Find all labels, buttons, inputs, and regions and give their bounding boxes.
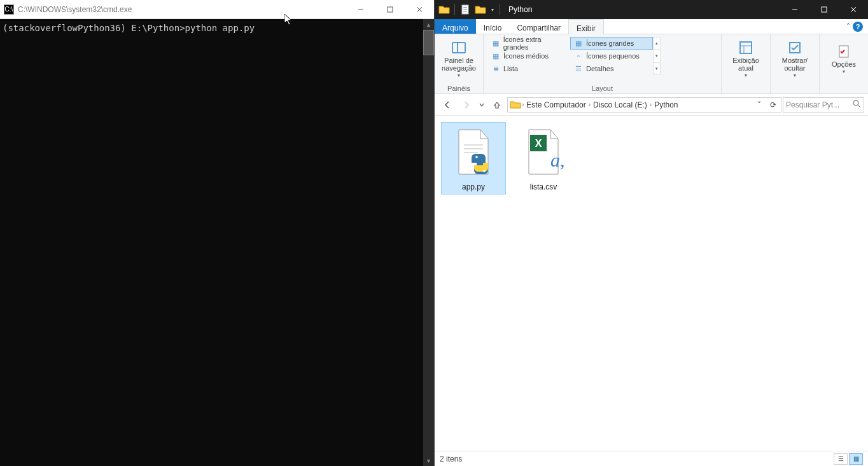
navigation-pane-icon xyxy=(452,42,466,53)
svg-text:X: X xyxy=(535,138,542,149)
ribbon-group-options: Opções ▾ x xyxy=(820,34,868,93)
qat-separator xyxy=(454,4,455,15)
minimize-button[interactable] xyxy=(346,0,375,18)
back-button[interactable] xyxy=(438,96,456,114)
csv-file-icon: X a, xyxy=(518,125,569,180)
address-dropdown-button[interactable]: ˅ xyxy=(753,99,766,111)
help-icon[interactable]: ? xyxy=(853,22,863,32)
file-item-app-py[interactable]: app.py xyxy=(441,122,506,195)
show-hide-button[interactable]: Mostrar/ ocultar ▾ xyxy=(774,37,815,79)
breadcrumb-segment[interactable]: Python xyxy=(652,100,680,109)
cmd-prompt-line: (stackoverflowPython36) E:\Python>python… xyxy=(3,23,431,33)
ribbon-group-current-view: Exibição atual ▾ x xyxy=(722,34,771,93)
explorer-title: Python xyxy=(505,5,780,14)
refresh-button[interactable]: ⟳ xyxy=(767,99,780,111)
tab-view[interactable]: Exibir xyxy=(568,19,604,34)
current-view-button[interactable]: Exibição atual ▾ xyxy=(725,37,766,79)
breadcrumb-segment[interactable]: Este Computador xyxy=(524,100,588,109)
recent-locations-button[interactable] xyxy=(477,96,487,114)
scroll-track[interactable] xyxy=(423,55,434,455)
ribbon-collapse-icon[interactable]: ˄ xyxy=(846,22,850,31)
view-medium-icons[interactable]: ▦Ícones médios xyxy=(487,50,570,62)
svg-rect-13 xyxy=(740,42,752,53)
address-bar[interactable]: › Este Computador › Disco Local (E:) › P… xyxy=(507,97,781,113)
cmd-terminal[interactable]: (stackoverflowPython36) E:\Python>python… xyxy=(0,19,434,466)
current-view-label: Exibição atual xyxy=(726,57,766,72)
file-name: app.py xyxy=(462,182,485,191)
search-input[interactable]: Pesquisar Pyt... xyxy=(783,97,864,113)
view-small-icons[interactable]: ▫Ícones pequenos xyxy=(570,50,653,62)
tab-share[interactable]: Compartilhar xyxy=(509,19,568,34)
ribbon-group-layout-label: Layout xyxy=(487,83,717,92)
cmd-icon: C:\ xyxy=(4,4,14,15)
qat-newfolder-icon[interactable] xyxy=(473,3,487,17)
svg-line-19 xyxy=(858,105,860,107)
svg-point-24 xyxy=(483,170,486,172)
view-details[interactable]: ☰Detalhes xyxy=(570,62,653,75)
close-button[interactable] xyxy=(405,0,434,18)
cmd-title: C:\WINDOWS\system32\cmd.exe xyxy=(18,5,346,14)
ribbon-group-panes: Painel de navegação ▾ Painéis xyxy=(435,34,484,93)
ribbon-tabs: Arquivo Início Compartilhar Exibir ˄ ? xyxy=(435,19,868,34)
view-extra-large-icons[interactable]: ▦Ícones extra grandes xyxy=(487,37,570,50)
ribbon-group-show-hide: Mostrar/ ocultar ▾ x xyxy=(771,34,820,93)
explorer-window: ▾ Python Arquivo Início Compartilhar Exi… xyxy=(434,0,868,466)
scroll-up-arrow[interactable]: ▲ xyxy=(423,19,434,30)
show-hide-label: Mostrar/ ocultar xyxy=(775,57,815,72)
maximize-button[interactable] xyxy=(375,0,405,18)
ribbon-group-panes-label: Painéis xyxy=(438,83,479,92)
navigation-pane-button[interactable]: Painel de navegação ▾ xyxy=(438,37,479,79)
file-item-lista-csv[interactable]: X a, lista.csv xyxy=(511,122,576,195)
layout-gallery-spinner[interactable]: ▴▾▾ xyxy=(653,37,661,75)
view-large-icons[interactable]: ▦Ícones grandes xyxy=(570,37,653,50)
options-label: Opções xyxy=(832,60,856,69)
svg-point-23 xyxy=(475,156,478,158)
status-text: 2 itens xyxy=(440,455,462,463)
qat-properties-icon[interactable] xyxy=(458,3,472,17)
cmd-scrollbar[interactable]: ▲ ▼ xyxy=(423,19,434,466)
cmd-window: C:\ C:\WINDOWS\system32\cmd.exe (stackov… xyxy=(0,0,434,466)
status-icons-view-button[interactable]: ▦ xyxy=(849,453,863,465)
svg-text:a,: a, xyxy=(550,149,565,170)
view-list[interactable]: ≣Lista xyxy=(487,62,570,75)
ribbon: Painel de navegação ▾ Painéis ▦Ícones ex… xyxy=(435,34,868,94)
forward-button[interactable] xyxy=(458,96,475,114)
svg-rect-10 xyxy=(822,7,827,12)
status-bar: 2 itens ☰ ▦ xyxy=(435,451,868,466)
close-button[interactable] xyxy=(839,0,868,19)
tab-file[interactable]: Arquivo xyxy=(435,19,476,34)
scroll-thumb[interactable] xyxy=(423,30,434,55)
qat-separator-2 xyxy=(500,4,500,15)
python-file-icon xyxy=(448,125,499,180)
ribbon-group-layout: ▦Ícones extra grandes ▦Ícones médios ≣Li… xyxy=(484,34,722,93)
status-details-view-button[interactable]: ☰ xyxy=(834,453,848,465)
qat-folder-icon[interactable] xyxy=(437,3,451,17)
minimize-button[interactable] xyxy=(780,0,809,19)
search-placeholder: Pesquisar Pyt... xyxy=(786,100,839,109)
options-button[interactable]: Opções ▾ xyxy=(823,37,864,79)
qat-dropdown-icon[interactable]: ▾ xyxy=(489,7,496,13)
file-list[interactable]: app.py X a, lista.csv xyxy=(435,116,868,451)
svg-point-18 xyxy=(853,100,858,106)
address-folder-icon xyxy=(509,99,522,111)
up-button[interactable] xyxy=(488,96,506,114)
cmd-titlebar[interactable]: C:\ C:\WINDOWS\system32\cmd.exe xyxy=(0,0,434,19)
file-name: lista.csv xyxy=(530,182,557,191)
maximize-button[interactable] xyxy=(809,0,839,19)
search-icon xyxy=(853,100,861,110)
address-row: › Este Computador › Disco Local (E:) › P… xyxy=(435,94,868,116)
explorer-titlebar[interactable]: ▾ Python xyxy=(435,0,868,19)
scroll-down-arrow[interactable]: ▼ xyxy=(423,455,434,466)
svg-rect-1 xyxy=(388,7,393,12)
tab-home[interactable]: Início xyxy=(476,19,510,34)
navigation-pane-label: Painel de navegação xyxy=(439,57,479,72)
breadcrumb-segment[interactable]: Disco Local (E:) xyxy=(591,100,650,109)
